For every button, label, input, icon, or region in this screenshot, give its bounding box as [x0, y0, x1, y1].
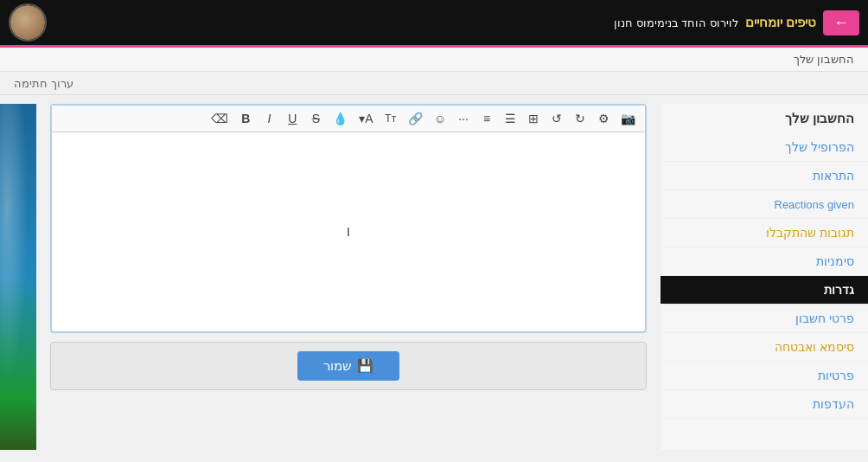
toolbar-undo-button[interactable]: ↺: [546, 109, 567, 128]
wave-decoration: [0, 104, 36, 450]
account-nav-link[interactable]: החשבון שלך: [794, 53, 854, 66]
sidebar-link-privacy-security[interactable]: סיסמא ואבטחה: [775, 340, 854, 354]
toolbar-link-button[interactable]: 🔗: [404, 109, 427, 128]
toolbar-font-button[interactable]: A▾: [354, 109, 377, 128]
save-button[interactable]: 💾 שמור: [297, 351, 399, 381]
save-bar: 💾 שמור: [50, 342, 647, 390]
toolbar-list-button[interactable]: ☰: [500, 109, 520, 128]
toolbar-more-button[interactable]: ···: [453, 109, 474, 128]
editor-body[interactable]: I: [52, 132, 645, 331]
toolbar-eraser-button[interactable]: ⌫: [207, 109, 233, 128]
sidebar-link-preferences[interactable]: העדפות: [813, 397, 854, 411]
banner-highlight: טיפים יומחיים: [745, 15, 816, 30]
sidebar: החשבון שלך הפרופיל שלך התראות Reactions …: [661, 104, 868, 450]
banner: ← טיפים יומחיים לוירוס הוחד בנימימוס חנו…: [0, 0, 868, 48]
banner-logo[interactable]: ←: [823, 10, 859, 35]
toolbar-settings-button[interactable]: ⚙: [593, 109, 614, 128]
breadcrumb: ערוך חתימה: [0, 72, 868, 95]
banner-main-text: לוירוס הוחד בנימימוס חנון: [614, 16, 738, 29]
save-icon: 💾: [357, 358, 373, 374]
sidebar-link-reactions-given[interactable]: Reactions given: [775, 198, 855, 211]
sidebar-section-title: החשבון שלך: [661, 104, 868, 133]
avatar[interactable]: [9, 3, 47, 42]
sidebar-link-privacy-settings[interactable]: פרטיות: [818, 369, 854, 382]
toolbar-bold-button[interactable]: B: [235, 109, 256, 128]
toolbar-italic-button[interactable]: I: [258, 109, 279, 128]
sidebar-item-preferences[interactable]: העדפות: [661, 390, 868, 419]
toolbar-camera-button[interactable]: 📷: [616, 109, 640, 128]
sidebar-item-settings[interactable]: גדרות: [661, 276, 868, 305]
toolbar-align-button[interactable]: ≡: [476, 109, 497, 128]
toolbar-table-button[interactable]: ⊞: [523, 109, 544, 128]
sidebar-item-reactions-given[interactable]: Reactions given: [661, 190, 868, 219]
toolbar-strikethrough-button[interactable]: S: [305, 109, 326, 128]
toolbar-underline-button[interactable]: U: [282, 109, 303, 128]
sidebar-item-bookmarks[interactable]: סימניות: [661, 247, 868, 276]
sidebar-link-account-details[interactable]: פרטי חשבון: [795, 311, 854, 325]
sidebar-item-alerts[interactable]: התראות: [661, 162, 868, 190]
sidebar-item-privacy-security[interactable]: סיסמא ואבטחה: [661, 333, 868, 362]
sidebar-link-alerts[interactable]: התראות: [813, 169, 854, 183]
toolbar-emoji-button[interactable]: ☺: [430, 109, 450, 128]
breadcrumb-link[interactable]: ערוך חתימה: [14, 77, 73, 90]
toolbar-textsize-button[interactable]: Tт: [380, 110, 401, 127]
sidebar-label-settings: גדרות: [824, 283, 854, 297]
left-strip: [0, 104, 36, 450]
save-label: שמור: [323, 358, 352, 374]
toolbar-redo-button[interactable]: ↻: [570, 109, 590, 128]
sidebar-link-profile[interactable]: הפרופיל שלך: [785, 140, 854, 154]
sidebar-item-privacy-settings[interactable]: פרטיות: [661, 362, 868, 390]
editor-toolbar: 📷 ⚙ ↻ ↺ ⊞ ☰ ≡ ··· ☺ 🔗 Tт A▾ 💧 S U I B ⌫: [52, 106, 645, 132]
avatar-image: [10, 5, 45, 40]
main-layout: 📷 ⚙ ↻ ↺ ⊞ ☰ ≡ ··· ☺ 🔗 Tт A▾ 💧 S U I B ⌫: [0, 95, 868, 459]
sidebar-item-account-details[interactable]: פרטי חשבון: [661, 305, 868, 333]
content-area: 📷 ⚙ ↻ ↺ ⊞ ☰ ≡ ··· ☺ 🔗 Tт A▾ 💧 S U I B ⌫: [36, 104, 661, 450]
sidebar-item-received-responses[interactable]: תגובות שהתקבלו: [661, 219, 868, 247]
sidebar-link-received-responses[interactable]: תגובות שהתקבלו: [766, 226, 854, 240]
banner-left: ← טיפים יומחיים לוירוס הוחד בנימימוס חנו…: [614, 10, 859, 35]
top-nav: החשבון שלך: [0, 48, 868, 72]
editor-wrapper: 📷 ⚙ ↻ ↺ ⊞ ☰ ≡ ··· ☺ 🔗 Tт A▾ 💧 S U I B ⌫: [50, 104, 647, 333]
sidebar-link-bookmarks[interactable]: סימניות: [816, 254, 854, 268]
toolbar-color-button[interactable]: 💧: [329, 109, 352, 128]
cursor-indicator: I: [347, 225, 350, 239]
sidebar-item-profile[interactable]: הפרופיל שלך: [661, 133, 868, 162]
